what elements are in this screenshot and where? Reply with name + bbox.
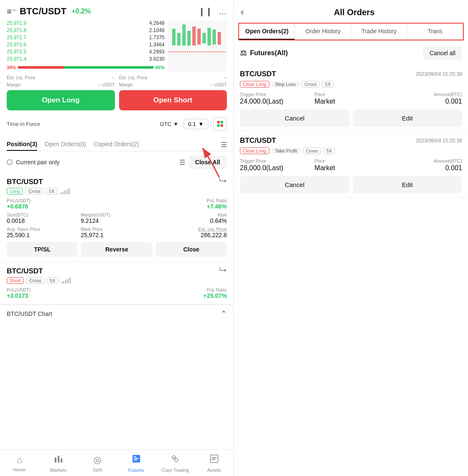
ob-row-3: 25,971.7 1.7375 — [7, 35, 165, 40]
filter-icon[interactable]: ⚖ — [240, 48, 247, 58]
est-liq-label-1: Est. Liq. Price — [7, 75, 35, 80]
rp-title: All Orders — [247, 8, 461, 17]
position-card-1: BTC/USDT ⮡ Long Cross 5X PnL(USDT) +0. — [0, 173, 234, 262]
svg-rect-0 — [168, 20, 227, 70]
svg-line-26 — [174, 457, 175, 459]
ob-bar-red-fill — [18, 66, 64, 69]
filter-circle — [7, 159, 13, 165]
tif-label: Time in Force — [7, 121, 40, 127]
tab-trans[interactable]: Trans — [407, 24, 463, 40]
trigger-price-value-2: 28,000.0(Last) — [240, 164, 313, 172]
tif-value-display[interactable]: GTC ▼ — [160, 121, 178, 127]
tab-trade-history[interactable]: Trade History — [351, 24, 407, 40]
nav-home-label: Home — [13, 467, 26, 472]
back-button[interactable]: ‹ — [241, 7, 244, 18]
cancel-all-button[interactable]: Cancel all — [423, 46, 462, 60]
tab-open-orders[interactable]: Open Orders(2) — [239, 24, 295, 40]
share-icon-1[interactable]: ⮡ — [219, 177, 227, 186]
margin-label-2: Margin — [119, 82, 133, 87]
sort-icon[interactable]: ☰ — [179, 158, 185, 166]
mark-price-value: 25,972.1 — [81, 232, 153, 238]
empty-block — [81, 198, 153, 210]
list-icon[interactable]: ☰ — [221, 141, 227, 149]
edit-button-1[interactable]: Edit — [353, 110, 462, 127]
open-long-button[interactable]: Open Long — [7, 90, 115, 110]
right-panel: ‹ All Orders Open Orders(2) Order Histor… — [234, 0, 468, 476]
grid-icon[interactable] — [213, 117, 227, 131]
pos-pair-2: BTC/USDT — [7, 267, 43, 275]
risk-block: Risk 0.64% — [154, 212, 227, 224]
ob-bar-green-fill — [64, 66, 154, 69]
order-tags-1: Close Long Stop Loss Cross 5X — [240, 81, 462, 88]
ob-row-6: 25,971.4 3.9230 — [7, 56, 165, 62]
chevron-up-icon: ⌃ — [221, 309, 227, 318]
open-short-button[interactable]: Open Short — [119, 90, 227, 110]
tpsl-button[interactable]: TP/SL — [7, 242, 78, 257]
chart-collapse[interactable]: BTC/USDT Chart ⌃ — [0, 305, 234, 323]
tab-open-orders[interactable]: Open Orders(0) — [45, 138, 86, 151]
pos-header-2: BTC/USDT ⮡ — [7, 267, 227, 275]
tag-leverage-1: 5X — [46, 188, 57, 195]
svg-rect-2 — [177, 33, 181, 45]
pnl-value: +0.6876 — [7, 203, 79, 210]
spot-icon: ◎ — [93, 455, 101, 465]
margin-label-1: Margin — [7, 82, 21, 87]
svg-rect-3 — [182, 24, 186, 45]
pnl-ratio-value: +7.46% — [154, 203, 227, 210]
candlestick-icon[interactable]: ❙❙ — [198, 6, 213, 16]
cancel-button-2[interactable]: Cancel — [240, 176, 349, 193]
tag-short: Short — [7, 277, 24, 284]
short-pnl-ratio-block: PnL Ratio +25.07% — [203, 287, 227, 299]
trigger-price-value-1: 24,000.0(Last) — [240, 98, 313, 105]
est-liq-block: Est. Liq. Price 286,222.8 — [154, 227, 227, 238]
est-liq-value: 286,222.8 — [154, 232, 227, 238]
tab-position[interactable]: Position(3) — [7, 138, 37, 151]
nav-assets-label: Assets — [207, 468, 221, 473]
position-tabs-row: Position(3) Open Orders(0) Copied Orders… — [0, 135, 234, 151]
nav-assets[interactable]: Assets — [195, 450, 234, 476]
reverse-button[interactable]: Reverse — [81, 242, 152, 257]
nav-spot[interactable]: ◎ Spot — [78, 450, 117, 476]
close-button[interactable]: Close — [156, 242, 227, 257]
avg-open-value: 25,590.1 — [7, 232, 79, 238]
order-card-2: BTC/USDT 2023/09/04 15:25:39 Close Long … — [234, 131, 468, 198]
ob-row-2: 25,971.8 2.1048 — [7, 27, 165, 33]
more-icon[interactable]: … — [218, 7, 227, 16]
avg-open-block: Avg. Open Price 25,590.1 — [7, 227, 79, 238]
order-header-1: BTC/USDT 2023/09/04 15:25:39 — [240, 70, 462, 78]
qty-input-box[interactable]: 0.1 ▼ — [183, 119, 208, 129]
cancel-button-1[interactable]: Cancel — [240, 110, 349, 127]
svg-rect-8 — [207, 28, 211, 45]
edit-button-2[interactable]: Edit — [353, 176, 462, 193]
svg-rect-27 — [210, 455, 218, 463]
filter-label: Futures(All) — [250, 49, 288, 57]
price-block-2: Price Market — [314, 158, 387, 172]
margin-value: 9.2124 — [81, 217, 153, 224]
tab-order-history[interactable]: Order History — [295, 24, 351, 40]
svg-rect-15 — [221, 124, 223, 127]
pnl-block: PnL(USDT) +0.6876 — [7, 198, 79, 210]
nav-copy-trading[interactable]: Copy Trading — [156, 450, 195, 476]
mini-chart — [168, 20, 227, 70]
nav-markets[interactable]: Markets — [39, 450, 78, 476]
order-metrics-1: Trigger Price 24,000.0(Last) Price Marke… — [240, 92, 462, 105]
tag-cross-order-1: Cross — [302, 81, 320, 88]
tab-copied-orders[interactable]: Copied Orders(2) — [93, 138, 139, 151]
svg-rect-7 — [202, 33, 206, 43]
ob-bar-row: 34% 66% — [7, 65, 165, 70]
filter-left: Current pair only — [7, 159, 60, 166]
svg-rect-4 — [187, 31, 191, 45]
position-card-2: BTC/USDT ⮡ Short Cross 5X PnL(USDT) +3.0… — [0, 262, 234, 305]
svg-rect-28 — [212, 457, 217, 458]
home-icon: ⌂ — [17, 455, 22, 465]
left-panel: ≡⁻ BTC/USDT +0.2% ❙❙ … 25,971.9 4.2648 2… — [0, 0, 234, 476]
nav-home[interactable]: ⌂ Home — [0, 450, 39, 476]
share-icon-2[interactable]: ⮡ — [219, 267, 227, 275]
close-all-button[interactable]: Close All — [189, 155, 227, 169]
price-block-1: Price Market — [314, 92, 387, 105]
amount-block-1: Amount(BTC) 0.001 — [389, 92, 462, 105]
nav-futures[interactable]: Futures — [117, 450, 156, 476]
signal-bars-2 — [61, 278, 71, 283]
tif-right: GTC ▼ 0.1 ▼ — [160, 117, 227, 131]
margin-value-2: -- USDT — [210, 82, 227, 87]
